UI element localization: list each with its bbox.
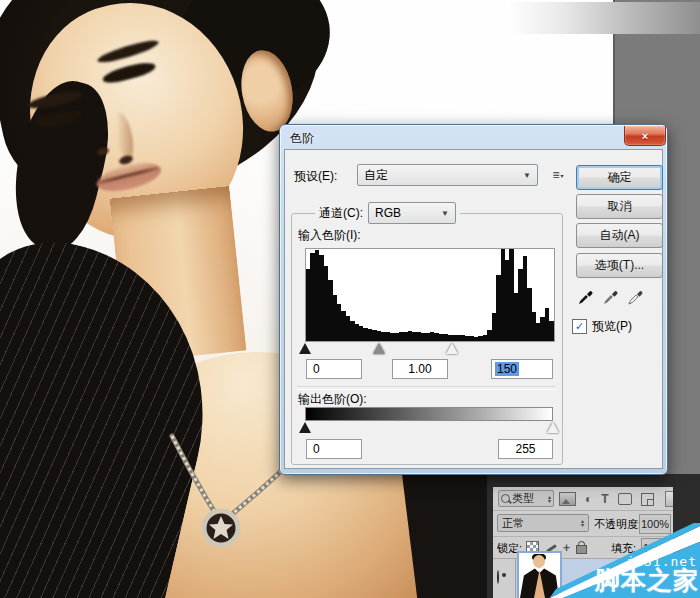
output-highlight-slider[interactable]: [547, 422, 559, 433]
input-shadow-slider[interactable]: [299, 343, 311, 354]
layer-filter-type-combo[interactable]: 类型 ▴▾: [498, 490, 554, 507]
check-icon: ✓: [575, 321, 584, 332]
input-highlight-field[interactable]: 150: [491, 359, 553, 379]
filter-shape-layers-icon[interactable]: [618, 493, 632, 505]
menu-lines-icon: ≡: [552, 168, 559, 182]
cancel-button[interactable]: 取消: [576, 194, 663, 219]
filter-type-label: 类型: [512, 491, 534, 506]
options-button[interactable]: 选项(T)...: [576, 253, 663, 278]
layer-filter-bar: 类型 ▴▾ ◐ T: [493, 487, 673, 511]
top-gradient-band: [506, 2, 700, 34]
ok-button[interactable]: 确定: [576, 165, 663, 190]
preview-label: 预览(P): [592, 318, 632, 335]
blend-mode-value: 正常: [502, 516, 524, 531]
preset-value: 自定: [364, 167, 388, 184]
input-levels-label: 输入色阶(I):: [298, 227, 361, 244]
preset-label: 预设(E):: [294, 168, 337, 185]
filter-adjustment-layers-icon[interactable]: ◐: [585, 493, 592, 505]
channel-select[interactable]: RGB ▼: [368, 202, 456, 224]
filter-pixel-layers-icon[interactable]: [559, 492, 576, 506]
input-slider-track: [305, 343, 555, 355]
input-highlight-slider[interactable]: [446, 343, 458, 354]
close-icon: ×: [642, 130, 648, 142]
dropdown-arrow-icon: ▼: [523, 171, 531, 180]
channel-row: 通道(C): RGB ▼: [315, 202, 460, 224]
input-shadow-field[interactable]: 0: [306, 359, 362, 379]
input-shadow-value: 0: [313, 362, 320, 376]
preview-checkbox[interactable]: ✓: [572, 319, 587, 334]
white-point-eyedropper-icon[interactable]: [628, 288, 643, 305]
preset-select[interactable]: 自定 ▼: [357, 164, 538, 186]
channel-label: 通道(C):: [319, 205, 363, 222]
output-slider-track: [305, 422, 553, 434]
screenshot-root: 类型 ▴▾ ◐ T 正常 ▴▾ 不透明度: 100%: [0, 0, 700, 598]
section-divider: [297, 386, 555, 390]
preset-options-button[interactable]: ≡ ▾: [547, 166, 569, 184]
output-shadow-field[interactable]: 0: [306, 439, 362, 459]
filter-toggle-icon[interactable]: [665, 491, 673, 507]
eyedropper-group: [578, 288, 643, 305]
dropdown-arrow-icon: ▼: [441, 209, 449, 218]
levels-dialog: 色阶 × 预设(E): 自定 ▼ ≡ ▾ 确定 取消 自动(A) 选项(T)..…: [279, 124, 668, 475]
input-gamma-value: 1.00: [408, 362, 431, 376]
output-shadow-value: 0: [313, 442, 320, 456]
output-gradient-bar: [305, 407, 553, 421]
input-gamma-field[interactable]: 1.00: [392, 359, 448, 379]
output-shadow-slider[interactable]: [299, 422, 311, 433]
output-highlight-value: 255: [515, 442, 535, 456]
watermark: jb51.net 脚本之家: [540, 523, 700, 598]
auto-button[interactable]: 自动(A): [576, 223, 663, 248]
output-highlight-field[interactable]: 255: [498, 439, 553, 459]
layer-visibility-eye-icon[interactable]: [497, 570, 499, 584]
watermark-name-text: 脚本之家: [595, 564, 699, 597]
input-gamma-slider[interactable]: [373, 343, 385, 354]
dialog-content: 预设(E): 自定 ▼ ≡ ▾ 确定 取消 自动(A) 选项(T)...: [284, 149, 663, 469]
filter-smart-object-icon[interactable]: [641, 493, 654, 506]
output-levels-label: 输出色阶(O):: [298, 391, 367, 408]
preview-row: ✓ 预览(P): [572, 318, 632, 335]
gray-point-eyedropper-icon[interactable]: [603, 288, 618, 305]
dropdown-arrow-icon: ▾: [561, 172, 564, 179]
search-icon: [501, 494, 510, 503]
filter-type-layers-icon[interactable]: T: [601, 493, 608, 505]
channel-value: RGB: [375, 206, 401, 220]
dialog-title: 色阶: [290, 130, 314, 147]
histogram: [305, 248, 555, 342]
combo-arrows-icon: ▴▾: [548, 495, 551, 503]
close-button[interactable]: ×: [624, 126, 666, 146]
black-point-eyedropper-icon[interactable]: [578, 288, 593, 305]
input-highlight-value: 150: [495, 362, 519, 376]
visibility-gutter: [493, 559, 516, 598]
